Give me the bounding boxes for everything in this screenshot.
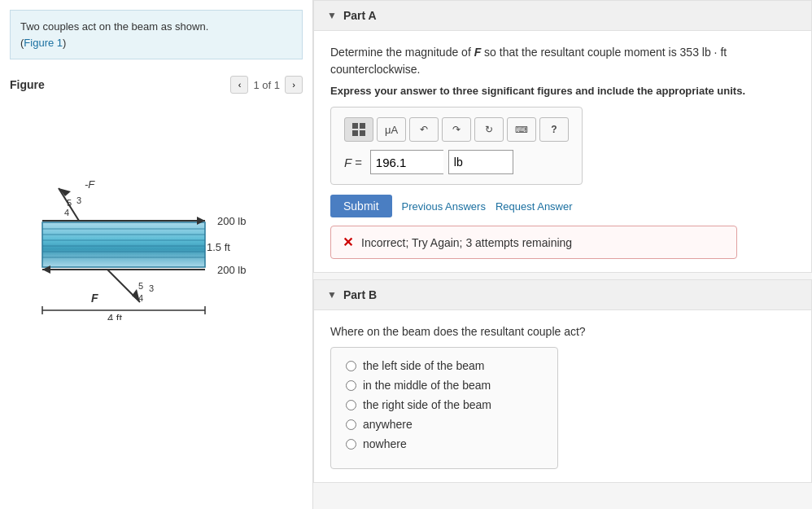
svg-text:4 ft: 4 ft: [107, 312, 122, 320]
answer-value-input[interactable]: [370, 150, 443, 174]
option-nowhere: nowhere: [346, 437, 543, 450]
keyboard-button[interactable]: ⌨: [507, 117, 536, 142]
left-panel: Two couples act on the beam as shown. (F…: [0, 0, 313, 509]
svg-text:1.5 ft: 1.5 ft: [207, 241, 230, 253]
help-button[interactable]: ?: [539, 117, 569, 142]
redo-button[interactable]: ↷: [442, 117, 471, 142]
option-nowhere-label: nowhere: [363, 437, 407, 450]
greek-letters-button[interactable]: μA: [377, 117, 406, 142]
submit-button[interactable]: Submit: [330, 195, 392, 217]
right-panel: ▼ Part A Determine the magnitude of F so…: [313, 0, 812, 509]
part-a-label: Part A: [343, 9, 377, 22]
reset-button[interactable]: ↻: [474, 117, 504, 142]
svg-text:5: 5: [138, 281, 143, 291]
help-icon: ?: [551, 124, 557, 135]
part-a-section: ▼ Part A Determine the magnitude of F so…: [313, 0, 812, 273]
figure-svg: 200 lb 1.5 ft 200 lb -F 5 3 4: [18, 100, 295, 320]
option-right-side-label: the right side of the beam: [363, 398, 491, 411]
matrix-button[interactable]: [344, 117, 373, 142]
part-b-header: ▼ Part B: [314, 280, 811, 310]
answer-box: μA ↶ ↷ ↻ ⌨ ?: [330, 107, 583, 185]
svg-rect-32: [352, 130, 358, 136]
part-a-f-bold: F: [474, 46, 482, 59]
figure-title: Figure: [10, 78, 45, 91]
error-text: Incorrect; Try Again; 3 attempts remaini…: [361, 236, 572, 249]
figure-link[interactable]: Figure 1: [24, 37, 63, 49]
part-b-body: Where on the beam does the resultant cou…: [314, 310, 811, 482]
part-a-collapse-arrow[interactable]: ▼: [327, 10, 337, 21]
submit-row: Submit Previous Answers Request Answer: [330, 195, 795, 217]
part-b-label: Part B: [343, 288, 377, 301]
option-middle-label: in the middle of the beam: [363, 379, 491, 392]
figure-section: Figure ‹ 1 of 1 ›: [0, 69, 312, 509]
option-anywhere-radio[interactable]: [346, 419, 356, 430]
problem-statement: Two couples act on the beam as shown. (F…: [10, 10, 303, 59]
svg-text:200 lb: 200 lb: [217, 264, 246, 276]
part-a-body: Determine the magnitude of F so that the…: [314, 31, 811, 272]
svg-text:5: 5: [67, 198, 72, 208]
svg-text:3: 3: [76, 195, 81, 205]
figure-canvas: 200 lb 1.5 ft 200 lb -F 5 3 4: [18, 100, 295, 320]
part-b-collapse-arrow[interactable]: ▼: [327, 289, 337, 301]
option-right-side: the right side of the beam: [346, 398, 543, 411]
svg-text:-F: -F: [85, 178, 95, 191]
part-b-options-box: the left side of the beam in the middle …: [330, 347, 558, 469]
option-middle-radio[interactable]: [346, 380, 356, 391]
request-answer-button[interactable]: Request Answer: [495, 200, 573, 213]
figure-header: Figure ‹ 1 of 1 ›: [10, 76, 303, 94]
mu-icon: μA: [385, 124, 398, 136]
input-label: F =: [344, 156, 362, 169]
svg-rect-30: [352, 123, 358, 129]
next-figure-button[interactable]: ›: [285, 76, 303, 94]
part-a-instruction: Express your answer to three significant…: [330, 85, 795, 97]
option-anywhere: anywhere: [346, 418, 543, 431]
part-b-question: Where on the beam does the resultant cou…: [330, 323, 795, 340]
undo-button[interactable]: ↶: [409, 117, 439, 142]
error-box: ✕ Incorrect; Try Again; 3 attempts remai…: [330, 226, 737, 259]
input-row: F =: [344, 150, 569, 174]
unit-input[interactable]: [448, 150, 513, 174]
matrix-icon: [351, 122, 366, 137]
option-right-side-radio[interactable]: [346, 400, 356, 410]
svg-text:200 lb: 200 lb: [217, 215, 246, 227]
redo-icon: ↷: [452, 124, 461, 135]
error-icon: ✕: [343, 235, 353, 250]
keyboard-icon: ⌨: [515, 125, 528, 135]
svg-text:3: 3: [149, 283, 154, 293]
part-a-question: Determine the magnitude of F so that the…: [330, 44, 795, 78]
option-anywhere-label: anywhere: [363, 418, 413, 431]
part-a-q1: Determine the magnitude of: [330, 46, 474, 59]
svg-text:4: 4: [138, 293, 143, 303]
option-left-side-label: the left side of the beam: [363, 359, 484, 372]
option-left-side: the left side of the beam: [346, 359, 543, 372]
option-left-side-radio[interactable]: [346, 361, 356, 371]
svg-text:F: F: [91, 292, 98, 305]
toolbar: μA ↶ ↷ ↻ ⌨ ?: [344, 117, 569, 142]
prev-figure-button[interactable]: ‹: [230, 76, 248, 94]
part-a-header: ▼ Part A: [314, 1, 811, 31]
undo-icon: ↶: [420, 124, 428, 135]
svg-text:4: 4: [64, 208, 69, 217]
page-indicator: 1 of 1: [253, 79, 280, 91]
option-nowhere-radio[interactable]: [346, 439, 356, 450]
svg-rect-33: [360, 130, 365, 136]
reset-icon: ↻: [485, 124, 493, 135]
part-b-section: ▼ Part B Where on the beam does the resu…: [313, 279, 812, 483]
figure-nav: ‹ 1 of 1 ›: [230, 76, 303, 94]
previous-answers-button[interactable]: Previous Answers: [402, 200, 486, 213]
option-middle: in the middle of the beam: [346, 379, 543, 392]
problem-text: Two couples act on the beam as shown.: [20, 20, 208, 33]
svg-rect-31: [360, 123, 365, 129]
